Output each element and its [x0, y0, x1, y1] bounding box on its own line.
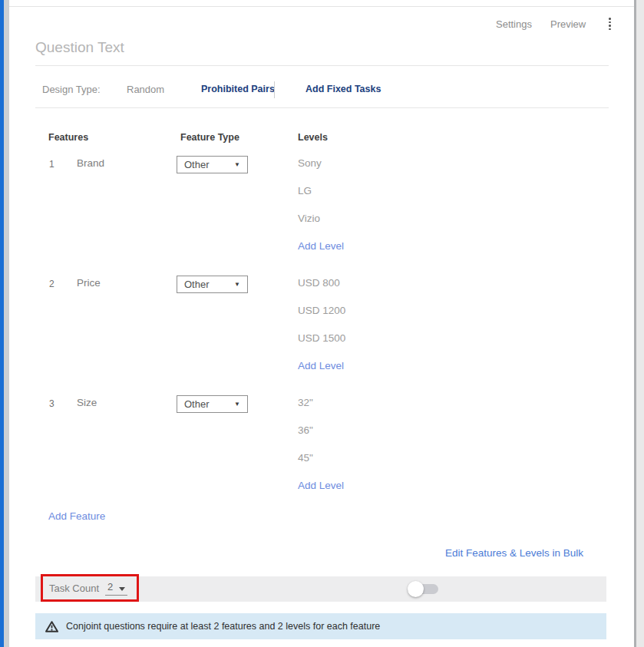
level-field[interactable]: Sony [298, 157, 344, 185]
question-text-input[interactable]: Question Text [35, 39, 124, 56]
task-count-value: 2 [107, 581, 113, 593]
kebab-menu-icon[interactable] [606, 17, 614, 31]
feature-name-field[interactable]: Brand [77, 157, 104, 169]
question-toolbar: Settings Preview [496, 17, 614, 31]
level-field[interactable]: USD 1200 [298, 305, 345, 332]
level-field[interactable]: 36" [298, 424, 344, 452]
divider [35, 65, 609, 66]
level-field[interactable]: 32" [298, 397, 344, 424]
feature-type-select[interactable]: Other ▼ [177, 276, 248, 293]
settings-button[interactable]: Settings [496, 18, 532, 30]
feature-type-selected-value: Other [184, 398, 210, 410]
feature-type-selected-value: Other [184, 279, 210, 290]
level-field[interactable]: 45" [298, 452, 344, 480]
no-applicable-option-toggle[interactable] [413, 584, 438, 594]
feature-type-selected-value: Other [184, 159, 210, 170]
features-column-header: Features [48, 132, 88, 143]
add-level-link[interactable]: Add Level [298, 360, 345, 371]
feature-type-select[interactable]: Other ▼ [177, 395, 248, 413]
conjoint-warning-banner: Conjoint questions require at least 2 fe… [35, 613, 606, 639]
add-level-link[interactable]: Add Level [298, 240, 344, 252]
design-type-value[interactable]: Random [127, 84, 164, 95]
select-caret-icon: ▼ [234, 282, 240, 288]
feature-type-select[interactable]: Other ▼ [177, 156, 248, 173]
feature-index: 1 [49, 159, 54, 170]
edit-features-levels-bulk-link[interactable]: Edit Features & Levels in Bulk [445, 547, 583, 559]
feature-index: 2 [49, 279, 54, 289]
divider [35, 107, 609, 108]
card-top-border [9, 6, 634, 7]
warning-text: Conjoint questions require at least 2 fe… [66, 621, 380, 632]
level-field[interactable]: Vizio [298, 213, 344, 240]
feature-row: 2 Price Other ▼ USD 800 USD 1200 USD 150… [0, 273, 644, 393]
conjoint-question-editor: Settings Preview Question Text Design Ty… [0, 0, 644, 647]
divider [274, 81, 275, 98]
level-field[interactable]: USD 800 [298, 277, 345, 305]
toggle-knob [408, 581, 424, 597]
levels-list: USD 800 USD 1200 USD 1500 Add Level [298, 277, 345, 371]
warning-triangle-icon [45, 621, 58, 632]
add-feature-link[interactable]: Add Feature [48, 510, 105, 522]
select-caret-icon: ▼ [234, 401, 240, 408]
level-field[interactable]: LG [298, 185, 344, 213]
prohibited-pairs-link[interactable]: Prohibited Pairs [201, 84, 275, 94]
dropdown-caret-icon [119, 587, 125, 591]
feature-row: 1 Brand Other ▼ Sony LG Vizio Add Level [0, 153, 644, 273]
feature-name-field[interactable]: Size [77, 397, 97, 408]
levels-list: 32" 36" 45" Add Level [298, 397, 344, 491]
level-field[interactable]: USD 1500 [298, 332, 345, 360]
add-level-link[interactable]: Add Level [298, 480, 344, 491]
levels-list: Sony LG Vizio Add Level [298, 157, 344, 252]
task-count-label: Task Count [49, 583, 99, 594]
feature-index: 3 [49, 398, 54, 409]
feature-row: 3 Size Other ▼ 32" 36" 45" Add Level [0, 393, 644, 513]
add-fixed-tasks-link[interactable]: Add Fixed Tasks [305, 84, 381, 94]
task-count-control: Task Count 2 [49, 581, 127, 596]
design-type-label: Design Type: [42, 84, 101, 95]
design-type-row: Design Type: Random Prohibited Pairs Add… [0, 81, 644, 100]
task-count-highlight-box: Task Count 2 [41, 574, 139, 602]
task-count-dropdown[interactable]: 2 [105, 581, 127, 596]
select-caret-icon: ▼ [234, 162, 240, 168]
preview-button[interactable]: Preview [550, 18, 586, 30]
levels-column-header: Levels [298, 132, 328, 143]
feature-type-column-header: Feature Type [180, 132, 239, 143]
feature-name-field[interactable]: Price [77, 277, 101, 289]
